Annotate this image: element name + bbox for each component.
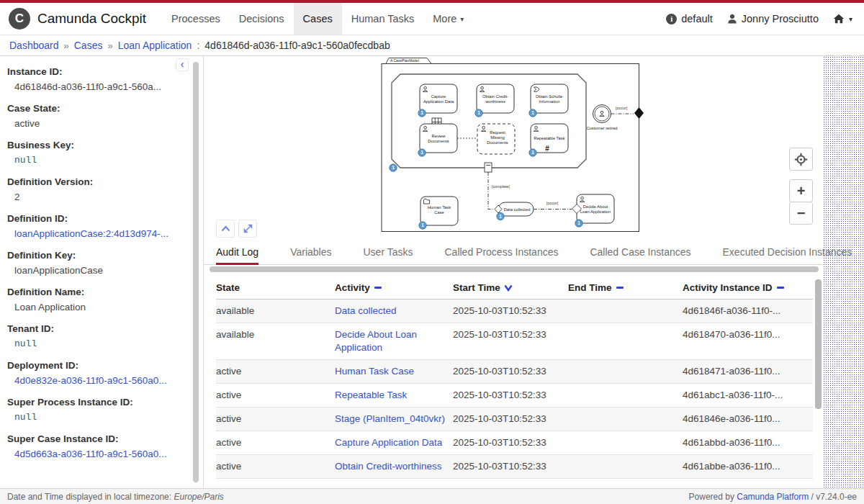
cell-activity-instance-id: 4d618471-a036-11f0... bbox=[683, 360, 813, 384]
cell-end-time bbox=[568, 455, 683, 479]
complete-label: [complete] bbox=[492, 184, 510, 189]
nav-item-processes[interactable]: Processes bbox=[162, 3, 230, 35]
tenant-id-value: null bbox=[7, 338, 179, 349]
app-title: Camunda Cockpit bbox=[37, 11, 146, 27]
nav-item-human-tasks[interactable]: Human Tasks bbox=[342, 3, 424, 35]
camunda-logo-icon: C bbox=[9, 8, 30, 30]
activity-link[interactable]: Human Task Case bbox=[335, 366, 414, 377]
activity-link[interactable]: Obtain Credit-worthiness bbox=[335, 461, 442, 472]
right-dotted-strip bbox=[823, 56, 864, 488]
cell-end-time bbox=[568, 360, 683, 384]
svg-text:Case: Case bbox=[434, 210, 444, 215]
tab-audit-log[interactable]: Audit Log bbox=[216, 241, 258, 265]
home-menu[interactable]: ▾ bbox=[833, 14, 852, 24]
tab-called-process-instances[interactable]: Called Process Instances bbox=[444, 241, 558, 265]
collapse-diagram-button[interactable] bbox=[216, 220, 235, 238]
sidebar-scrollbar[interactable] bbox=[193, 62, 199, 482]
activity-count-badge: 1 bbox=[418, 109, 426, 117]
diagram-task-human-task-case[interactable]: Human Task Case bbox=[420, 197, 458, 225]
breadcrumb-instance-id: 4d61846d-a036-11f0-a9c1-560a0fecdbab bbox=[204, 40, 390, 51]
column-state[interactable]: State bbox=[216, 276, 335, 300]
cell-state: active bbox=[216, 408, 335, 431]
deployment-id-link[interactable]: 4d0e832e-a036-11f0-a9c1-560a0... bbox=[14, 375, 166, 386]
activity-link[interactable]: Data collected bbox=[335, 305, 397, 316]
horizontal-scrollbar bbox=[204, 265, 823, 274]
nav-item-decisions[interactable]: Decisions bbox=[230, 3, 294, 35]
diagram-task-obtain-creditworthiness[interactable]: Obtain Credit- worthiness bbox=[477, 84, 514, 113]
diagram-task-decide-about-loan-application[interactable]: Decide About Loan Application bbox=[572, 194, 615, 223]
tab-called-case-instances[interactable]: Called Case Instances bbox=[590, 241, 690, 265]
table-row: available Decide About Loan Application … bbox=[216, 323, 813, 360]
brand[interactable]: C Camunda Cockpit bbox=[9, 3, 146, 35]
occur-label: [occur] bbox=[546, 201, 559, 205]
column-activity[interactable]: Activity bbox=[335, 276, 453, 300]
column-start-time[interactable]: Start Time bbox=[453, 276, 568, 300]
definition-id-link[interactable]: loanApplicationCase:2:4d13d974-... bbox=[14, 228, 168, 239]
cmmn-diagram-pane[interactable]: A CasePlanModel Capture bbox=[204, 56, 823, 241]
main-panel: A CasePlanModel Capture bbox=[204, 56, 823, 488]
breadcrumb-dashboard[interactable]: Dashboard bbox=[9, 40, 59, 51]
tab-variables[interactable]: Variables bbox=[290, 241, 331, 265]
activity-link[interactable]: Decide About Loan Application bbox=[335, 329, 417, 353]
camunda-platform-link[interactable]: Camunda Platform bbox=[737, 492, 809, 502]
cell-state: active bbox=[216, 455, 335, 479]
svg-text:1: 1 bbox=[420, 150, 423, 155]
svg-text:Customer retired: Customer retired bbox=[586, 126, 617, 130]
activity-count-badge: 1 bbox=[575, 220, 582, 227]
tab-user-tasks[interactable]: User Tasks bbox=[364, 241, 413, 265]
user-menu[interactable]: Jonny Prosciutto bbox=[727, 13, 819, 24]
breadcrumb-colon: : bbox=[197, 40, 199, 51]
field-label: Definition Version: bbox=[7, 176, 179, 187]
column-end-time[interactable]: End Time bbox=[568, 276, 683, 300]
definition-version-value: 2 bbox=[7, 192, 179, 202]
zoom-in-button[interactable]: + bbox=[789, 179, 813, 202]
sort-none-icon[interactable] bbox=[374, 287, 382, 289]
detail-tabs: Audit Log Variables User Tasks Called Pr… bbox=[204, 241, 823, 265]
diagram-task-obtain-schufa-information[interactable]: Obtain Schufa- Information bbox=[531, 84, 568, 113]
vertical-scrollbar-thumb[interactable] bbox=[815, 279, 822, 409]
activity-link[interactable]: Stage (PlanItem_04t0vkr) bbox=[335, 413, 445, 424]
horizontal-scrollbar-thumb[interactable] bbox=[210, 266, 819, 272]
cell-end-time bbox=[568, 408, 683, 431]
svg-text:worthiness: worthiness bbox=[485, 99, 505, 104]
super-case-instance-id-link[interactable]: 4d5d663a-a036-11f0-a9c1-560a0... bbox=[14, 449, 166, 459]
nav-item-more[interactable]: More ▾ bbox=[423, 3, 473, 35]
activity-link[interactable]: Repeatable Task bbox=[335, 390, 407, 400]
cell-state: available bbox=[216, 323, 335, 360]
field-label: Tenant ID: bbox=[7, 323, 179, 334]
occur-label: [occur] bbox=[616, 106, 628, 110]
diagram-task-capture-application-data[interactable]: Capture Application Data bbox=[420, 84, 457, 113]
reset-zoom-button[interactable] bbox=[789, 148, 813, 171]
cell-activity-instance-id: 4d61abbd-a036-11f0... bbox=[683, 431, 813, 455]
activity-link[interactable]: Capture Application Data bbox=[335, 437, 442, 448]
svg-text:1: 1 bbox=[392, 165, 395, 170]
table-row: active Obtain Credit-worthiness 2025-10-… bbox=[216, 455, 813, 479]
sort-desc-icon[interactable] bbox=[504, 284, 513, 292]
breadcrumb-loan-application[interactable]: Loan Application bbox=[118, 40, 192, 51]
svg-text:1: 1 bbox=[531, 150, 534, 155]
field-label: Instance ID: bbox=[7, 66, 179, 77]
engine-select[interactable]: i default bbox=[666, 13, 713, 24]
definition-name-value: Loan Application bbox=[7, 302, 179, 312]
column-activity-instance-id[interactable]: Activity Instance ID bbox=[683, 276, 813, 300]
cell-activity-instance-id: 4d61846e-a036-11f0... bbox=[683, 408, 813, 431]
camunda-cockpit-app: C Camunda Cockpit Processes Decisions Ca… bbox=[0, 0, 864, 504]
breadcrumb-cases[interactable]: Cases bbox=[74, 40, 103, 51]
svg-text:Data collected: Data collected bbox=[504, 207, 531, 212]
sort-none-icon[interactable] bbox=[777, 287, 784, 289]
cell-state: active bbox=[216, 360, 335, 384]
tab-executed-decision-instances[interactable]: Executed Decision Instances bbox=[723, 241, 852, 265]
svg-text:Obtain Schufa-: Obtain Schufa- bbox=[536, 94, 564, 99]
diagram-task-repeatable-task[interactable]: Repeatable Task # bbox=[531, 124, 568, 153]
sidebar-collapse-button[interactable]: ‹ bbox=[176, 58, 189, 71]
audit-log-table: State Activity Start Time End Time Activ… bbox=[216, 276, 813, 479]
maximize-diagram-button[interactable] bbox=[238, 220, 257, 238]
svg-text:Review: Review bbox=[431, 134, 446, 138]
svg-text:Application Data: Application Data bbox=[423, 99, 454, 104]
zoom-out-button[interactable]: − bbox=[789, 202, 813, 225]
svg-text:Request: Request bbox=[490, 130, 505, 135]
caret-down-icon: ▾ bbox=[849, 15, 852, 23]
sort-none-icon[interactable] bbox=[616, 287, 624, 289]
nav-item-cases[interactable]: Cases bbox=[294, 3, 342, 35]
cell-activity-instance-id: 4d618470-a036-11f0... bbox=[683, 323, 813, 360]
